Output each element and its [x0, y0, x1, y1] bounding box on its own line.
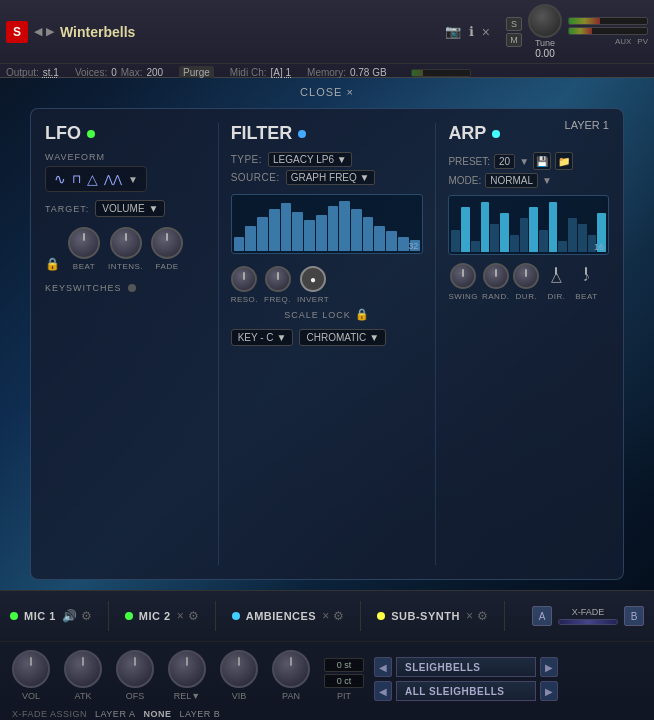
mic1-name: MIC 1 — [24, 610, 56, 622]
xfade-a-button[interactable]: A — [532, 606, 552, 626]
xfade-assign-row: X-FADE ASSIGN LAYER A NONE LAYER B — [12, 709, 642, 719]
ofs-knob[interactable] — [116, 650, 154, 688]
preset-row-1: ◀ SLEIGHBELLS ▶ — [374, 657, 558, 677]
main-background: CLOSE × LAYER 1 LFO WAVEFORM ∿ ⊓ △ ⋀⋀ — [0, 78, 654, 590]
preset-arrow-down[interactable]: ▼ — [519, 156, 529, 167]
rand-knob[interactable] — [483, 263, 509, 289]
ambiences-name: AMBIENCES — [246, 610, 317, 622]
subsynth-link-icon[interactable]: ⚙ — [477, 609, 488, 623]
mic1-speaker-icon[interactable]: 🔊 — [62, 609, 77, 623]
ambiences-tab[interactable]: AMBIENCES × ⚙ — [232, 609, 345, 623]
filter-graph[interactable]: 32 — [231, 194, 424, 254]
beat-arp-icon[interactable]: ♪ — [573, 263, 599, 289]
subsynth-tab[interactable]: SUB-SYNTH × ⚙ — [377, 609, 488, 623]
filter-type-dropdown[interactable]: LEGACY LP6 ▼ — [268, 152, 352, 167]
arp-folder-icon[interactable]: 📁 — [555, 152, 573, 170]
swing-knob[interactable] — [450, 263, 476, 289]
freq-knob[interactable] — [265, 266, 291, 292]
atk-knob[interactable] — [64, 650, 102, 688]
aux-label: AUX — [615, 37, 631, 46]
arp-dot[interactable] — [492, 130, 500, 138]
preset1-prev[interactable]: ◀ — [374, 657, 392, 677]
preset2-next[interactable]: ▶ — [540, 681, 558, 701]
mode-row: MODE: NORMAL ▼ — [448, 173, 609, 188]
filter-source-dropdown[interactable]: GRAPH FREQ ▼ — [286, 170, 375, 185]
mode-arrow-down[interactable]: ▼ — [542, 175, 552, 186]
reso-knob[interactable] — [231, 266, 257, 292]
lfo-dot[interactable] — [87, 130, 95, 138]
ambiences-link-icon[interactable]: ⚙ — [333, 609, 344, 623]
xfade-assign-layer-b[interactable]: LAYER B — [179, 709, 220, 719]
preset2-name[interactable]: ALL SLEIGHBELLS — [396, 681, 536, 701]
close-panel-button[interactable]: CLOSE × — [300, 86, 354, 98]
mic-sep-3 — [360, 601, 361, 631]
lock-icon[interactable]: 🔒 — [45, 257, 60, 271]
intens-knob[interactable] — [110, 227, 142, 259]
s-button[interactable]: S — [506, 17, 522, 31]
square-wave-icon[interactable]: ⊓ — [72, 172, 81, 186]
memory-group: Memory: 0.78 GB — [307, 67, 387, 78]
dur-knob-group: DUR. — [513, 263, 539, 301]
invert-knob-group: ● INVERT — [297, 266, 329, 304]
arp-graph[interactable]: 16 — [448, 195, 609, 255]
mic1-link-icon[interactable]: ⚙ — [81, 609, 92, 623]
subsynth-mute-icon[interactable]: × — [466, 609, 473, 623]
vib-knob[interactable] — [220, 650, 258, 688]
m-button[interactable]: M — [506, 33, 522, 47]
pan-knob[interactable] — [272, 650, 310, 688]
target-dropdown[interactable]: VOLUME ▼ — [95, 200, 165, 217]
preset-value: 20 — [494, 154, 515, 169]
three-sections: LFO WAVEFORM ∿ ⊓ △ ⋀⋀ ▼ TARGET: — [45, 123, 609, 565]
mic2-tab[interactable]: MIC 2 × ⚙ — [125, 609, 199, 623]
key-dropdown[interactable]: KEY - C ▼ — [231, 329, 294, 346]
beat-knob[interactable] — [68, 227, 100, 259]
camera-icon[interactable]: 📷 — [445, 24, 461, 39]
mode-value: NORMAL — [485, 173, 538, 188]
filter-dot[interactable] — [298, 130, 306, 138]
window-close[interactable]: × — [482, 24, 490, 40]
keyswitches-dot[interactable] — [128, 284, 136, 292]
nav-right[interactable]: ▶ — [46, 25, 54, 38]
rand-knob-group: RAND. — [482, 263, 509, 301]
lfo-title: LFO — [45, 123, 206, 144]
ofs-knob-group: OFS — [116, 650, 154, 701]
top-bar: S ◀ ▶ Winterbells 📷 ℹ × S M Tune 0.00 — [0, 0, 654, 78]
xfade-assign-none[interactable]: NONE — [143, 709, 171, 719]
mic1-tab[interactable]: MIC 1 🔊 ⚙ — [10, 609, 92, 623]
fade-knob-group: FADE — [151, 227, 183, 271]
reso-knob-group: RESO. — [231, 266, 258, 304]
preset2-prev[interactable]: ◀ — [374, 681, 392, 701]
preset1-next[interactable]: ▶ — [540, 657, 558, 677]
invert-button[interactable]: ● — [300, 266, 326, 292]
arp-save-icon[interactable]: 💾 — [533, 152, 551, 170]
dur-knob[interactable] — [513, 263, 539, 289]
scale-lock-icon[interactable]: 🔒 — [355, 308, 370, 321]
preset1-name[interactable]: SLEIGHBELLS — [396, 657, 536, 677]
tune-label: Tune — [535, 38, 555, 48]
xfade-section: A X-FADE B — [532, 606, 644, 626]
xfade-b-button[interactable]: B — [624, 606, 644, 626]
pan-knob-group: PAN — [272, 650, 310, 701]
beat-arp-knob-group: ♪ BEAT — [573, 263, 599, 301]
sawtooth-wave-icon[interactable]: ⋀⋀ — [104, 173, 122, 186]
info-icon[interactable]: ℹ — [469, 24, 474, 39]
dir-icon[interactable]: △ — [543, 263, 569, 289]
rel-knob[interactable] — [168, 650, 206, 688]
nav-left[interactable]: ◀ — [34, 25, 42, 38]
mic2-dot — [125, 612, 133, 620]
triangle-wave-icon[interactable]: △ — [87, 171, 98, 187]
mic2-mute-icon[interactable]: × — [177, 609, 184, 623]
xfade-slider[interactable] — [558, 619, 618, 625]
tune-knob[interactable] — [528, 4, 562, 38]
filter-section: FILTER TYPE: LEGACY LP6 ▼ SOURCE: GRAPH … — [231, 123, 424, 565]
sine-wave-icon[interactable]: ∿ — [54, 171, 66, 187]
mic2-link-icon[interactable]: ⚙ — [188, 609, 199, 623]
xfade-assign-layer-a[interactable]: LAYER A — [95, 709, 135, 719]
ambiences-mute-icon[interactable]: × — [322, 609, 329, 623]
fade-knob[interactable] — [151, 227, 183, 259]
waveform-dropdown-arrow[interactable]: ▼ — [128, 174, 138, 185]
vol-knob[interactable] — [12, 650, 50, 688]
scale-dropdowns: KEY - C ▼ CHROMATIC ▼ — [231, 329, 424, 346]
chromatic-dropdown[interactable]: CHROMATIC ▼ — [299, 329, 386, 346]
pit-display-1: 0 st — [324, 658, 364, 672]
